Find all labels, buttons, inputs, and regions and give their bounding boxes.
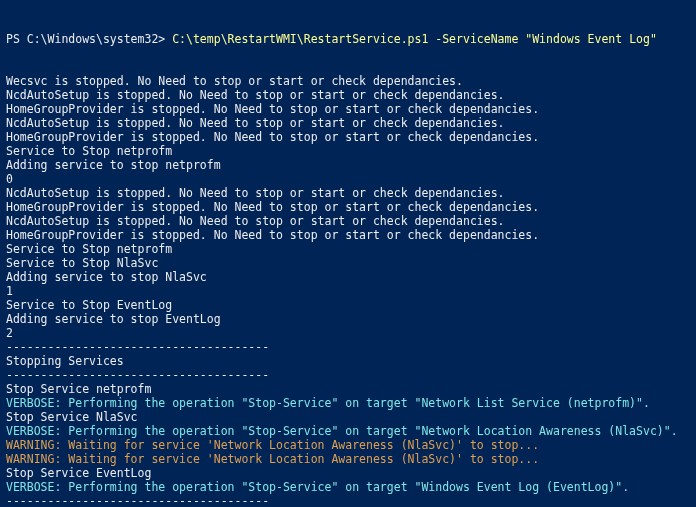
terminal-output: Wecsvc is stopped. No Need to stop or st… (6, 74, 690, 507)
output-line: 2 (6, 326, 690, 340)
output-line: WARNING: Waiting for service 'Network Lo… (6, 438, 690, 452)
output-line: Service to Stop netprofm (6, 242, 690, 256)
output-line: NcdAutoSetup is stopped. No Need to stop… (6, 88, 690, 102)
output-line: -------------------------------------- (6, 368, 690, 382)
prompt-line: PS C:\Windows\system32> C:\temp\RestartW… (6, 32, 690, 46)
output-line: NcdAutoSetup is stopped. No Need to stop… (6, 186, 690, 200)
output-line: VERBOSE: Performing the operation "Stop-… (6, 396, 690, 410)
output-line: HomeGroupProvider is stopped. No Need to… (6, 228, 690, 242)
ps-prompt: PS C:\Windows\system32> (6, 32, 172, 46)
output-line: NcdAutoSetup is stopped. No Need to stop… (6, 116, 690, 130)
output-line: Adding service to stop netprofm (6, 158, 690, 172)
output-line: Stop Service EventLog (6, 466, 690, 480)
output-line: Stopping Services (6, 354, 690, 368)
output-line: NcdAutoSetup is stopped. No Need to stop… (6, 214, 690, 228)
output-line: Stop Service NlaSvc (6, 410, 690, 424)
output-line: Stop Service netprofm (6, 382, 690, 396)
output-line: Service to Stop NlaSvc (6, 256, 690, 270)
output-line: WARNING: Waiting for service 'Network Lo… (6, 452, 690, 466)
output-line: Service to Stop netprofm (6, 144, 690, 158)
output-line: -------------------------------------- (6, 494, 690, 507)
output-line: 0 (6, 172, 690, 186)
output-line: HomeGroupProvider is stopped. No Need to… (6, 200, 690, 214)
output-line: VERBOSE: Performing the operation "Stop-… (6, 480, 690, 494)
output-line: Adding service to stop EventLog (6, 312, 690, 326)
output-line: HomeGroupProvider is stopped. No Need to… (6, 102, 690, 116)
output-line: Adding service to stop NlaSvc (6, 270, 690, 284)
command-text: C:\temp\RestartWMI\RestartService.ps1 -S… (172, 32, 657, 46)
powershell-terminal[interactable]: PS C:\Windows\system32> C:\temp\RestartW… (0, 0, 696, 507)
output-line: -------------------------------------- (6, 340, 690, 354)
output-line: 1 (6, 284, 690, 298)
output-line: VERBOSE: Performing the operation "Stop-… (6, 424, 690, 438)
output-line: HomeGroupProvider is stopped. No Need to… (6, 130, 690, 144)
output-line: Wecsvc is stopped. No Need to stop or st… (6, 74, 690, 88)
output-line: Service to Stop EventLog (6, 298, 690, 312)
